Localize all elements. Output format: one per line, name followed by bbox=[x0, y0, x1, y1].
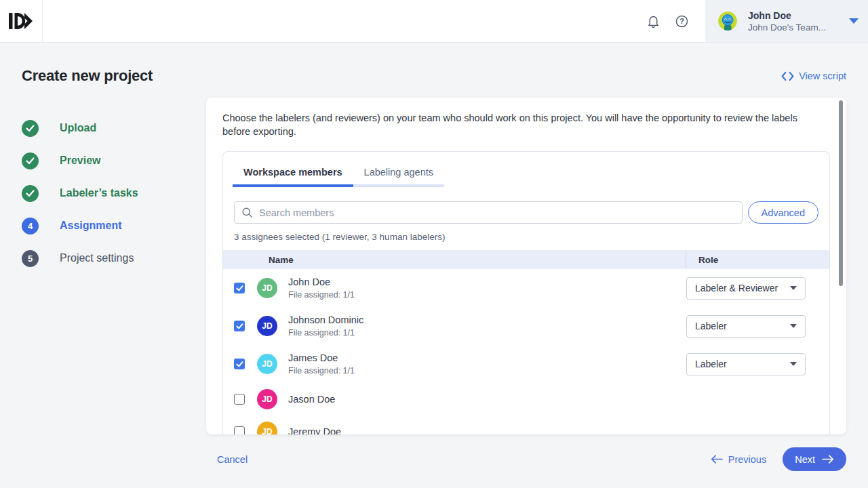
sidebar-step-preview[interactable]: Preview bbox=[22, 144, 206, 177]
step-status-icon bbox=[22, 185, 39, 202]
member-file-assigned: File assigned: 1/1 bbox=[288, 290, 355, 300]
row-checkbox[interactable] bbox=[234, 426, 245, 434]
row-checkbox[interactable] bbox=[234, 359, 245, 369]
step-label: Assignment bbox=[60, 220, 122, 232]
name-block: Johnson Dominic File assigned: 1/1 bbox=[288, 314, 363, 338]
step-status-icon bbox=[22, 120, 39, 137]
step-label: Upload bbox=[60, 122, 96, 134]
table-header: Name Role bbox=[223, 250, 829, 269]
user-menu[interactable]: John Doe John Doe's Team... bbox=[705, 0, 868, 42]
next-label: Next bbox=[795, 454, 815, 465]
wizard-steps: Upload Preview Labeler’s tasks 4 Assignm… bbox=[22, 98, 206, 274]
scrollbar-thumb[interactable] bbox=[839, 100, 843, 286]
chevron-down-icon[interactable] bbox=[849, 18, 859, 24]
page-content: Create new project View script Upload Pr… bbox=[0, 67, 868, 471]
svg-text:?: ? bbox=[679, 17, 684, 25]
step-status-icon: 5 bbox=[22, 250, 39, 267]
code-icon bbox=[781, 71, 794, 81]
members-table-body: JD John Doe File assigned: 1/1 Labeler &… bbox=[223, 269, 829, 434]
table-row: JD John Doe File assigned: 1/1 Labeler &… bbox=[223, 269, 829, 307]
avatar: JD bbox=[257, 422, 277, 434]
view-script-label: View script bbox=[799, 70, 846, 81]
view-script-link[interactable]: View script bbox=[781, 70, 846, 81]
app-logo[interactable] bbox=[0, 0, 43, 42]
wizard-main: Upload Preview Labeler’s tasks 4 Assignm… bbox=[22, 98, 846, 434]
name-cell: JD Jeremy Doe bbox=[257, 422, 686, 434]
cancel-button[interactable]: Cancel bbox=[217, 454, 248, 465]
role-cell bbox=[686, 388, 829, 411]
sidebar-step-upload[interactable]: Upload bbox=[22, 112, 206, 144]
sidebar-step-assignment[interactable]: 4 Assignment bbox=[22, 209, 206, 242]
tab-workspace-members[interactable]: Workspace members bbox=[233, 163, 353, 187]
step-number: 5 bbox=[28, 253, 33, 264]
tab-labeling-agents[interactable]: Labeling agents bbox=[353, 163, 444, 187]
bell-icon bbox=[646, 14, 660, 29]
user-avatar bbox=[718, 12, 737, 30]
search-icon bbox=[241, 206, 254, 222]
name-cell: JD Johnson Dominic File assigned: 1/1 bbox=[257, 314, 686, 338]
member-name: James Doe bbox=[288, 352, 355, 363]
checkbox-cell bbox=[223, 283, 257, 293]
step-status-icon bbox=[22, 152, 39, 169]
topbar-spacer bbox=[43, 0, 639, 42]
member-file-assigned: File assigned: 1/1 bbox=[288, 328, 363, 338]
table-row: JD James Doe File assigned: 1/1 Labeler bbox=[223, 345, 829, 383]
name-block: John Doe File assigned: 1/1 bbox=[288, 277, 355, 300]
arrow-right-icon bbox=[822, 455, 834, 464]
sidebar-step-labeler-s-tasks[interactable]: Labeler’s tasks bbox=[22, 177, 206, 209]
step-label: Preview bbox=[60, 155, 100, 167]
datasaur-logo-icon bbox=[9, 12, 33, 30]
notifications-button[interactable] bbox=[639, 0, 667, 42]
role-select[interactable]: Labeler bbox=[686, 315, 806, 338]
member-name: Jason Doe bbox=[288, 394, 335, 405]
page-header: Create new project View script bbox=[22, 67, 846, 85]
search-members-input[interactable] bbox=[234, 201, 743, 224]
table-row: JD Johnson Dominic File assigned: 1/1 La… bbox=[223, 307, 829, 345]
dinosaur-avatar-icon bbox=[718, 12, 737, 30]
checkbox-cell bbox=[223, 426, 257, 434]
check-icon bbox=[26, 190, 35, 197]
member-name: Jeremy Doe bbox=[288, 426, 341, 434]
avatar-initials: JD bbox=[262, 427, 272, 434]
previous-button[interactable]: Previous bbox=[711, 454, 766, 465]
sidebar-step-project-settings[interactable]: 5 Project settings bbox=[22, 242, 206, 274]
row-checkbox[interactable] bbox=[234, 321, 245, 331]
avatar: JD bbox=[257, 278, 277, 298]
member-name: John Doe bbox=[288, 277, 355, 287]
members-card: Workspace members Labeling agents Ad bbox=[222, 151, 830, 434]
name-cell: JD John Doe File assigned: 1/1 bbox=[257, 277, 686, 300]
role-value: Labeler bbox=[695, 321, 727, 331]
step-status-icon: 4 bbox=[22, 218, 39, 235]
advanced-button[interactable]: Advanced bbox=[748, 201, 819, 224]
name-block: Jason Doe bbox=[288, 394, 335, 405]
footer-right: Previous Next bbox=[711, 447, 846, 471]
role-select[interactable]: Labeler & Reviewer bbox=[686, 277, 806, 300]
previous-label: Previous bbox=[728, 454, 766, 465]
wizard-footer: Cancel Previous Next bbox=[217, 447, 846, 471]
row-checkbox[interactable] bbox=[234, 394, 245, 405]
role-cell: Labeler & Reviewer bbox=[686, 277, 829, 300]
next-button[interactable]: Next bbox=[783, 447, 846, 471]
checkbox-cell bbox=[223, 321, 257, 331]
help-button[interactable]: ? bbox=[667, 0, 696, 42]
name-block: Jeremy Doe bbox=[288, 426, 341, 434]
avatar-initials: JD bbox=[262, 321, 272, 331]
check-icon bbox=[236, 361, 243, 367]
role-cell: Labeler bbox=[686, 315, 829, 338]
user-name: John Doe bbox=[748, 9, 844, 22]
name-block: James Doe File assigned: 1/1 bbox=[288, 352, 355, 375]
role-value: Labeler & Reviewer bbox=[695, 283, 778, 293]
member-file-assigned: File assigned: 1/1 bbox=[288, 366, 355, 375]
step-label: Project settings bbox=[60, 252, 134, 264]
role-cell: Labeler bbox=[686, 353, 829, 375]
chevron-down-icon bbox=[790, 324, 797, 328]
role-select[interactable]: Labeler bbox=[686, 353, 806, 375]
avatar: JD bbox=[257, 316, 277, 336]
role-value: Labeler bbox=[695, 359, 727, 369]
search-box bbox=[234, 201, 743, 224]
row-checkbox[interactable] bbox=[234, 283, 245, 293]
selection-summary: 3 assignees selected (1 reviewer, 3 huma… bbox=[234, 232, 818, 242]
check-icon bbox=[26, 125, 35, 132]
member-name: Johnson Dominic bbox=[288, 314, 363, 325]
page-title: Create new project bbox=[22, 67, 153, 85]
